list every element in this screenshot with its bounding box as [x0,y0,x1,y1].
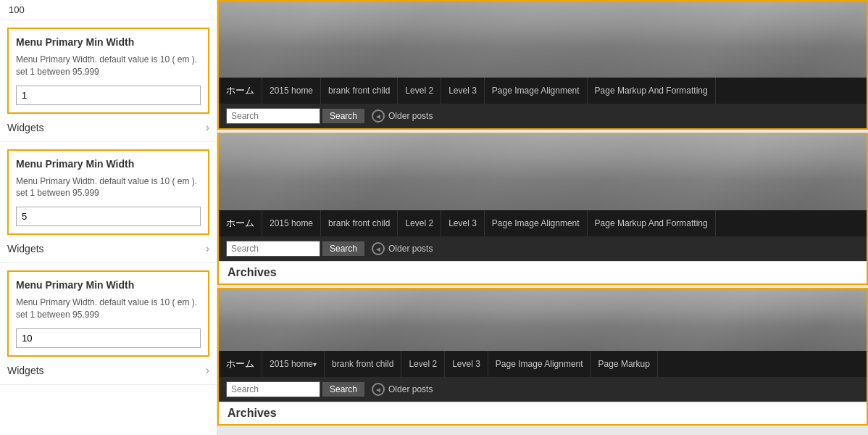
nav1-home[interactable]: ホーム [219,78,262,104]
preview2-search-button[interactable]: Search [322,241,364,256]
preview-block-2: ホーム 2015 home brank front child Level 2 … [217,133,868,285]
preview1-search-input[interactable] [226,108,320,124]
section2-title: Menu Primary Min Width [16,158,201,170]
widgets-label-3: Widgets [7,365,44,376]
preview3-nav: ホーム 2015 home brank front child Level 2 … [219,351,867,377]
top-value-text: 100 [9,4,25,15]
nav2-page-image[interactable]: Page Image Alignment [485,210,588,236]
preview1-search-older: Search ◄ Older posts [226,108,433,124]
section3-title: Menu Primary Min Width [16,279,201,291]
preview1-circle-arrow: ◄ [372,109,385,123]
preview1-search-bar: Search ◄ Older posts [219,104,867,128]
nav1-brank[interactable]: brank front child [321,78,398,104]
nav2-page-markup[interactable]: Page Markup And Formatting [588,210,716,236]
preview2-search-older: Search ◄ Older posts [226,241,433,257]
nav3-level2[interactable]: Level 2 [401,351,445,377]
preview1-older-text: Older posts [388,111,433,121]
left-panel: 100 Menu Primary Min Width Menu Primary … [0,0,217,435]
nav2-2015home[interactable]: 2015 home [262,210,321,236]
widgets-arrow-1: › [206,121,209,134]
nav3-2015home[interactable]: 2015 home [262,351,325,377]
preview3-search-button[interactable]: Search [322,382,364,397]
nav3-page-image[interactable]: Page Image Alignment [488,351,591,377]
nav1-page-markup[interactable]: Page Markup And Formatting [588,78,716,104]
section1-description: Menu Primary Width. default value is 10 … [16,54,201,78]
widgets-row-3[interactable]: Widgets › [0,357,217,385]
nav1-page-image[interactable]: Page Image Alignment [485,78,588,104]
preview2-search-bar: Search ◄ Older posts [219,236,867,261]
nav2-level2[interactable]: Level 2 [398,210,441,236]
widgets-label-2: Widgets [7,243,44,254]
nav1-level2[interactable]: Level 2 [398,78,441,104]
preview2-archives: Archives [219,261,867,283]
nav1-2015home[interactable]: 2015 home [262,78,321,104]
preview-block-1: ホーム 2015 home brank front child Level 2 … [217,0,868,130]
section1-title: Menu Primary Min Width [16,36,201,48]
widgets-arrow-2: › [206,242,209,255]
section3-input[interactable] [16,328,201,348]
nav2-level3[interactable]: Level 3 [441,210,485,236]
preview-block-3: ホーム 2015 home brank front child Level 2 … [217,288,868,426]
preview1-older-posts: ◄ Older posts [372,109,433,123]
preview3-older-text: Older posts [388,384,433,394]
nav1-level3[interactable]: Level 3 [441,78,485,104]
preview3-archives: Archives [219,402,867,424]
preview2-image [219,134,867,210]
top-value-display: 100 [0,0,217,20]
nav3-brank[interactable]: brank front child [325,351,401,377]
preview3-older-posts: ◄ Older posts [372,383,433,396]
section-card-3: Menu Primary Min Width Menu Primary Widt… [7,270,209,357]
section2-input[interactable] [16,207,201,226]
nav2-brank[interactable]: brank front child [321,210,398,236]
nav3-home[interactable]: ホーム [219,351,262,377]
widgets-arrow-3: › [206,364,209,377]
right-panel: ホーム 2015 home brank front child Level 2 … [217,0,868,435]
nav3-level3[interactable]: Level 3 [445,351,488,377]
preview3-search-older: Search ◄ Older posts [226,381,433,397]
section3-description: Menu Primary Width. default value is 10 … [16,297,201,321]
preview2-older-text: Older posts [388,244,433,254]
nav2-home[interactable]: ホーム [219,210,262,236]
nav3-page-markup[interactable]: Page Markup [591,351,658,377]
widgets-label-1: Widgets [7,122,44,133]
preview2-older-posts: ◄ Older posts [372,242,433,255]
section1-input[interactable] [16,86,201,105]
section2-description: Menu Primary Width. default value is 10 … [16,175,201,200]
section-card-2: Menu Primary Min Width Menu Primary Widt… [7,149,209,236]
widgets-row-2[interactable]: Widgets › [0,235,217,263]
preview1-nav: ホーム 2015 home brank front child Level 2 … [219,78,867,104]
preview1-image [219,1,867,78]
preview2-circle-arrow: ◄ [372,242,385,255]
preview1-search-button[interactable]: Search [322,109,364,123]
preview3-image [219,289,867,351]
preview2-nav: ホーム 2015 home brank front child Level 2 … [219,210,867,236]
widgets-row-1[interactable]: Widgets › [0,114,217,142]
preview3-search-input[interactable] [226,381,320,397]
preview3-circle-arrow: ◄ [372,383,385,396]
section-card-1: Menu Primary Min Width Menu Primary Widt… [7,28,209,114]
preview2-search-input[interactable] [226,241,320,257]
preview3-search-bar: Search ◄ Older posts [219,377,867,402]
